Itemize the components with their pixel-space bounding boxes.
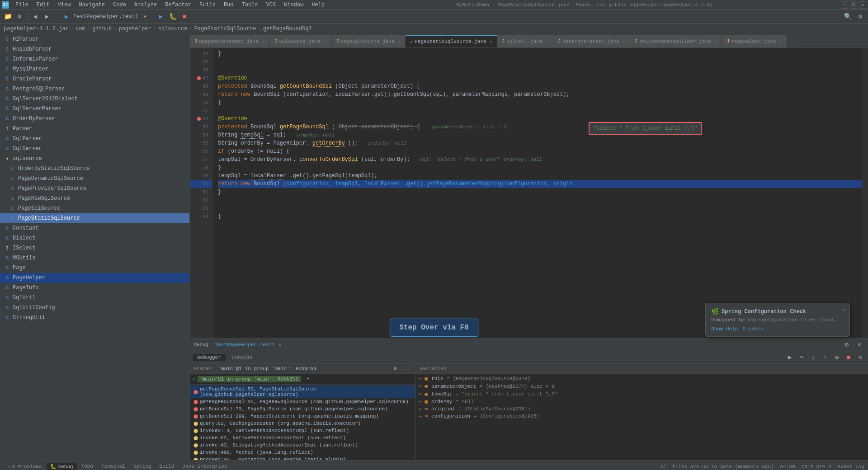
tab-pagehelper[interactable]: J PageHelper.java ✕ (722, 35, 787, 47)
sidebar-item-orderbystaticsql[interactable]: C OrderByStaticSqlSource (0, 164, 189, 174)
sidebar-item-pagedynamic[interactable]: C PageDynamicSqlSource (0, 174, 189, 183)
tab-pagesqlsource[interactable]: J PageSqlSource.java ✕ (332, 35, 406, 47)
sidebar-item-page[interactable]: C Page (0, 263, 189, 273)
sidebar-item-pageinfo[interactable]: C PageInfo (0, 283, 189, 293)
debug-step-out[interactable]: ↑ (820, 352, 830, 362)
test-close[interactable]: ✕ (278, 342, 282, 348)
sidebar-item-orderbyparser[interactable]: C OrderByParser (0, 114, 189, 124)
sidebar-item-stringutil[interactable]: C StringUtil (0, 313, 189, 323)
status-tab-spring[interactable]: Spring (130, 463, 155, 470)
menu-vcs[interactable]: VCS (263, 1, 280, 9)
toolbar-forward[interactable]: ▶ (42, 12, 52, 22)
frame-item-0[interactable]: ⬤ getPageBoundSql:59, PageStaticSqlSourc… (190, 385, 415, 398)
frame-item-1[interactable]: ⬤ getPageBoundSql:35, PageRawSqlSource (… (190, 398, 415, 405)
menu-file[interactable]: File (12, 1, 32, 9)
status-position[interactable]: 54:30 (780, 464, 795, 470)
menu-window[interactable]: Window (280, 1, 307, 9)
var-tempsql[interactable]: ▶ ▣ tempSql = "select * from t_user limi… (416, 390, 868, 398)
maximize-button[interactable]: □ (850, 1, 857, 9)
close-button[interactable]: ✕ (859, 1, 866, 9)
gear-btn[interactable]: ⚙ (855, 12, 865, 22)
sidebar-item-pageraw[interactable]: C PageRawSqlSource (0, 193, 189, 203)
tab-abstractparser[interactable]: J AbstractParser.java ✕ (553, 35, 630, 47)
tab-sqlutil[interactable]: J SqlUtil.java ✕ (497, 35, 553, 47)
sidebar-item-pagehelper[interactable]: C PageHelper (0, 273, 189, 283)
crumb-sqlsource[interactable]: sqlsource (158, 26, 188, 32)
status-tab-todo[interactable]: TODO (78, 463, 97, 470)
run-btn[interactable]: ▶ (156, 12, 166, 22)
crumb-method[interactable]: getPageBoundSql (263, 26, 312, 32)
var-parameterobject[interactable]: ▶ ▣ parameterObject = {HashMap@2377} siz… (416, 382, 868, 390)
search-btn[interactable]: 🔍 (843, 12, 853, 22)
sidebar-item-mysql[interactable]: C MysqlParser (0, 64, 189, 74)
menu-help[interactable]: Help (308, 1, 328, 9)
event-log-icon[interactable]: Event Log (838, 464, 864, 470)
run-config-dropdown[interactable]: ▾ (140, 12, 150, 22)
notif-close-btn[interactable]: ✕ (842, 306, 846, 314)
tab-pagestaticsqlsource[interactable]: J PageStaticSqlSource.java ✕ (406, 35, 497, 47)
menu-code[interactable]: Code (109, 1, 130, 9)
code-content[interactable]: } @Override protected BoundSql (212, 48, 862, 338)
tab-mappedstatement[interactable]: J MappedStatement.java ✕ (190, 35, 270, 47)
sidebar-item-hsqldb[interactable]: C HsqldbParser (0, 44, 189, 54)
sidebar-item-postgresql[interactable]: C PostgreSQLParser (0, 84, 189, 94)
sidebar-item-sqlserver[interactable]: C SqlServer (0, 144, 189, 154)
debug-resume[interactable]: ▶ (785, 352, 795, 362)
status-encoding[interactable]: CRLF UTF-8 (802, 464, 831, 470)
test-label[interactable]: TestPageHelper.test1 (215, 342, 275, 348)
sidebar-item-parser-interface[interactable]: I Parser (0, 124, 189, 134)
toolbar-settings[interactable]: ⚙ (14, 12, 24, 22)
debug-step-into[interactable]: ↓ (808, 352, 818, 362)
frame-item-2[interactable]: ⬤ getBoundSql:73, PageSqlSource (com.git… (190, 405, 415, 413)
frame-item-8[interactable]: ⬤ invoke:498, Method (java.lang.reflect) (190, 449, 415, 456)
sidebar-item-oracle[interactable]: C OracleParser (0, 74, 189, 84)
sidebar-item-h2parser[interactable]: C H2Parser (0, 34, 189, 44)
crumb-pagehelper[interactable]: pagehelper (118, 26, 151, 32)
frame-item-5[interactable]: ⬤ invoke0:-1, NativeMethodAccessorImpl (… (190, 427, 415, 434)
sidebar-item-sqlparser[interactable]: C SqlParser (0, 134, 189, 144)
status-tab-terminal[interactable]: Terminal (98, 463, 129, 470)
var-this[interactable]: ▶ ▣ this = {PageStaticSqlSource@2378} (416, 375, 868, 382)
sidebar-item-dialect[interactable]: C Dialect (0, 233, 189, 243)
sidebar-item-iselect[interactable]: I ISelect (0, 243, 189, 253)
toolbar-back[interactable]: ◀ (30, 12, 40, 22)
menu-analyze[interactable]: Analyze (131, 1, 160, 9)
debug-btn[interactable]: 🐛 (168, 12, 178, 22)
panel-close[interactable]: ✕ (854, 340, 864, 350)
frames-settings[interactable]: ⚙ (390, 364, 400, 374)
stop-btn[interactable]: ■ (179, 12, 189, 22)
sidebar-item-sqlserver2012[interactable]: C SqlServer2012Dialect (0, 94, 189, 104)
sidebar-item-msutils[interactable]: C MSUtils (0, 253, 189, 263)
tab-console[interactable]: Console (227, 354, 257, 361)
tab-xmlstatementbuilder[interactable]: J XMLStatementBuilder.java ✕ (630, 35, 722, 47)
menu-view[interactable]: View (54, 1, 75, 9)
var-original[interactable]: ▶ ∞ original = {StaticSqlSource@2381} (416, 405, 868, 413)
menu-edit[interactable]: Edit (33, 1, 53, 9)
debug-close[interactable]: ✕ (855, 352, 865, 362)
thread-selector[interactable]: "main"@1 in group 'main': RUNNING (198, 376, 302, 382)
sidebar-item-pagestaticsql[interactable]: C PageStaticSqlSource (0, 213, 189, 223)
debug-stop[interactable]: ■ (844, 352, 854, 362)
status-tab-java-enterprise[interactable]: Java Enterprise (179, 463, 231, 470)
frame-item-9[interactable]: ⬤ proceed:49, Invocation (org.apache.iba… (190, 456, 415, 460)
sidebar-item-pagesql[interactable]: C PageSqlSource (0, 203, 189, 213)
debug-evaluate[interactable]: ⊕ (832, 352, 842, 362)
debug-step-over[interactable]: ↷ (797, 352, 807, 362)
menu-tools[interactable]: Tools (238, 1, 262, 9)
frames-more[interactable]: ... (402, 364, 412, 374)
panel-settings[interactable]: ⚙ (842, 340, 852, 350)
sidebar-item-sqlutil[interactable]: C SqlUtil (0, 293, 189, 303)
menu-build[interactable]: Build (196, 1, 219, 9)
crumb-jar[interactable]: pagehelper-4.1.6.jar (4, 26, 69, 32)
status-tab-debug[interactable]: 🐛Debug (47, 463, 77, 470)
disable-link[interactable]: Disable... (742, 326, 772, 332)
frame-item-4[interactable]: ⬤ query:82, CachingExecutor (org.apache.… (190, 420, 415, 427)
crumb-com[interactable]: com (75, 26, 85, 32)
var-orderby[interactable]: ▶ ▣ orderBy = null (416, 398, 868, 405)
sidebar-item-sqlserverparser[interactable]: C SqlServerParser (0, 104, 189, 114)
menu-navigate[interactable]: Navigate (75, 1, 108, 9)
status-tab-problems[interactable]: ⚠0 Problems (4, 463, 46, 470)
minimize-button[interactable]: − (841, 1, 848, 9)
frame-item-6[interactable]: ⬤ invoke:62, NativeMethodAccessorImpl (s… (190, 434, 415, 442)
frame-item-7[interactable]: ⬤ invoke:43, DelegatingMethodAccessorImp… (190, 442, 415, 449)
